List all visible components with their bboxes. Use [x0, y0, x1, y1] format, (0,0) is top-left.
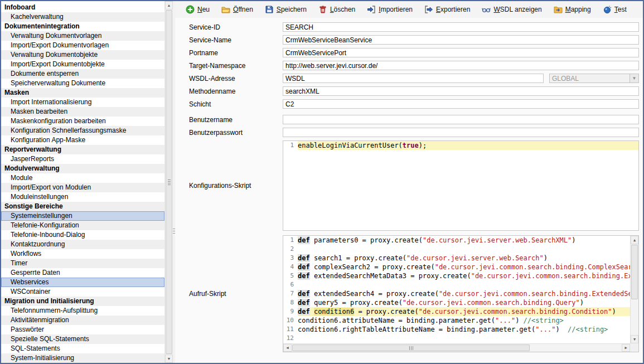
wsdl-adresse-input[interactable] — [283, 74, 544, 83]
wsdl-anzeigen-button[interactable]: WSDL anzeigen — [480, 4, 543, 15]
line-number: 3 — [283, 254, 298, 263]
dropdown-selected-value: GLOBAL — [550, 75, 630, 82]
sidebar-item-systemeinstellungen[interactable]: Systemeinstellungen — [1, 211, 164, 221]
toolbar-button-label: Test — [614, 6, 627, 13]
code-text: def extendedSearchMetaData3 = proxy.crea… — [298, 271, 630, 280]
sidebar-item-aktivitätenmigration[interactable]: Aktivitätenmigration — [1, 316, 164, 325]
panel-splitter[interactable] — [173, 1, 175, 363]
scroll-down-icon[interactable]: ▼ — [165, 355, 173, 363]
code-text: condition6.attributeName = binding.param… — [298, 316, 630, 325]
benutzerpasswort-input[interactable] — [283, 128, 639, 137]
sidebar-item-gesperrte-daten[interactable]: Gesperrte Daten — [1, 268, 164, 278]
sidebar-item-passwörter[interactable]: Passwörter — [1, 325, 164, 334]
line-number: 4 — [283, 263, 298, 271]
sidebar-item-masken[interactable]: Masken — [1, 88, 164, 98]
service-name-input[interactable] — [283, 35, 639, 45]
loeschen-button[interactable]: Löschen — [317, 4, 357, 15]
benutzername-input[interactable] — [283, 115, 639, 124]
sidebar-item-import-export-von-modulen[interactable]: Import/Export von Modulen — [1, 183, 164, 192]
service-id-input[interactable] — [283, 22, 639, 32]
sidebar-item-sonstige-bereiche[interactable]: Sonstige Bereiche — [1, 202, 164, 211]
sidebar-item-list: InfoboardKachelverwaltungDokumenteninteg… — [1, 3, 164, 363]
sidebar-item-moduleinstellungen[interactable]: Moduleinstellungen — [1, 192, 164, 202]
call-script-code[interactable]: 1def parameters0 = proxy.create("de.curs… — [283, 236, 630, 343]
sidebar-item-workflows[interactable]: Workflows — [1, 249, 164, 259]
line-number: 7 — [283, 289, 298, 298]
sidebar-item-system-initialisierung[interactable]: System-Initialisierung — [1, 353, 164, 363]
form-row: Service-ID — [189, 22, 639, 32]
portname-input[interactable] — [283, 48, 639, 57]
code-line: 4def complexSearch2 = proxy.create("de.c… — [283, 263, 630, 271]
mapping-icon — [554, 5, 563, 14]
neu-button[interactable]: Neu — [184, 4, 211, 15]
oeffnen-button[interactable]: Öffnen — [220, 4, 255, 15]
form-row: WSDL-Adresse GLOBAL ▼ — [189, 74, 639, 83]
webservice-form: Service-ID Service-Name Portname Target-… — [175, 18, 643, 363]
sidebar-item-wscontainer[interactable]: WSContainer — [1, 287, 164, 297]
scroll-up-icon[interactable]: ▲ — [631, 236, 638, 244]
sidebar-item-konfiguration-schnellerfassungsmaske[interactable]: Konfiguration Schnellerfassungsmaske — [1, 126, 164, 135]
config-script-editor[interactable]: 1enableLoginViaCurrentUser(true); — [283, 140, 639, 231]
sidebar-item-timer[interactable]: Timer — [1, 259, 164, 268]
horizontal-scrollbar-track[interactable] — [292, 344, 622, 352]
application-window: InfoboardKachelverwaltungDokumenteninteg… — [0, 0, 644, 364]
sidebar-item-import-export-dokumentobjekte[interactable]: Import/Export Dokumentobjekte — [1, 60, 164, 69]
code-text: def parameters0 = proxy.create("de.curso… — [298, 236, 630, 245]
code-text: def extendedSearch4 = proxy.create("de.c… — [298, 289, 630, 298]
scrollbar-corner — [630, 343, 638, 352]
code-line: 6 — [283, 280, 630, 289]
sidebar-item-speicherverwaltung-dokumente[interactable]: Speicherverwaltung Dokumente — [1, 79, 164, 88]
sidebar-item-verwaltung-dokumentvorlagen[interactable]: Verwaltung Dokumentvorlagen — [1, 31, 164, 41]
exportieren-button[interactable]: Exportieren — [423, 4, 472, 15]
sidebar-item-infoboard[interactable]: Infoboard — [1, 3, 164, 12]
methodenname-input[interactable] — [283, 86, 639, 96]
sidebar-item-spezielle-sql-statements[interactable]: Spezielle SQL-Statements — [1, 334, 164, 344]
sidebar-scrollbar-track[interactable] — [165, 9, 173, 355]
sidebar-item-import-internationalisierung[interactable]: Import Internationalisierung — [1, 98, 164, 107]
call-script-editor[interactable]: 1def parameters0 = proxy.create("de.curs… — [283, 235, 639, 352]
editor-vertical-scrollbar[interactable]: ▲ ▼ — [630, 236, 638, 343]
schicht-input[interactable] — [283, 99, 639, 109]
vertical-scrollbar-track[interactable] — [631, 244, 638, 335]
scroll-left-icon[interactable]: ◀ — [283, 344, 292, 352]
vertical-scrollbar-thumb[interactable] — [631, 245, 638, 299]
sidebar-item-dokumente-entsperren[interactable]: Dokumente entsperren — [1, 69, 164, 79]
horizontal-scrollbar-thumb[interactable] — [292, 344, 530, 351]
scroll-up-icon[interactable]: ▲ — [165, 1, 173, 9]
form-row: Konfigurations-Skript 1enableLoginViaCur… — [189, 140, 639, 231]
sidebar-scrollbar[interactable]: ▲ ▼ — [164, 1, 173, 363]
editor-horizontal-scrollbar[interactable]: ◀ ▶ — [283, 343, 630, 352]
sidebar-item-module[interactable]: Module — [1, 173, 164, 183]
sidebar-item-kachelverwaltung[interactable]: Kachelverwaltung — [1, 12, 164, 22]
wsdl-scope-dropdown[interactable]: GLOBAL ▼ — [549, 74, 639, 83]
sidebar-item-telefonnummern-aufsplittung[interactable]: Telefonnummern-Aufsplittung — [1, 306, 164, 316]
importieren-button[interactable]: Importieren — [365, 4, 414, 15]
code-line: 7def extendedSearch4 = proxy.create("de.… — [283, 289, 630, 298]
sidebar-item-verwaltung-dokumentobjekte[interactable]: Verwaltung Dokumentobjekte — [1, 50, 164, 60]
speichern-button[interactable]: Speichern — [263, 4, 308, 15]
sidebar-scrollbar-thumb[interactable] — [166, 10, 172, 354]
sidebar-item-konfiguration-app-maske[interactable]: Konfiguration App-Maske — [1, 135, 164, 145]
sidebar-item-modulverwaltung[interactable]: Modulverwaltung — [1, 164, 164, 173]
sidebar-item-jasperreports[interactable]: JasperReports — [1, 154, 164, 164]
test-button[interactable]: Test — [601, 4, 628, 15]
sidebar-item-telefonie-inbound-dialog[interactable]: Telefonie-Inbound-Dialog — [1, 230, 164, 240]
scroll-down-icon[interactable]: ▼ — [631, 335, 638, 343]
code-line: 3def search1 = proxy.create("de.cursor.j… — [283, 254, 630, 263]
sidebar-item-migration-und-initialisierung[interactable]: Migration und Initialisierung — [1, 297, 164, 306]
config-script-code[interactable]: 1enableLoginViaCurrentUser(true); — [283, 141, 638, 230]
line-number: 6 — [283, 280, 298, 289]
sidebar-item-maskenkonfiguration-bearbeiten[interactable]: Maskenkonfiguration bearbeiten — [1, 117, 164, 126]
sidebar-item-sql-statements[interactable]: SQL-Statements — [1, 344, 164, 353]
sidebar-item-kontaktzuordnung[interactable]: Kontaktzuordnung — [1, 240, 164, 249]
sidebar-item-telefonie-konfiguration[interactable]: Telefonie-Konfiguration — [1, 221, 164, 230]
sidebar-item-dokumentenintegration[interactable]: Dokumentenintegration — [1, 22, 164, 31]
sidebar-item-reportverwaltung[interactable]: Reportverwaltung — [1, 145, 164, 154]
sidebar-item-webservices[interactable]: Webservices — [1, 278, 164, 287]
sidebar-item-masken-bearbeiten[interactable]: Masken bearbeiten — [1, 107, 164, 117]
mapping-button[interactable]: Mapping — [552, 4, 593, 15]
sidebar-item-import-export-dokumentvorlagen[interactable]: Import/Export Dokumentvorlagen — [1, 41, 164, 50]
chevron-down-icon: ▼ — [630, 74, 638, 82]
target-namespace-input[interactable] — [283, 61, 639, 70]
scroll-right-icon[interactable]: ▶ — [622, 344, 630, 352]
